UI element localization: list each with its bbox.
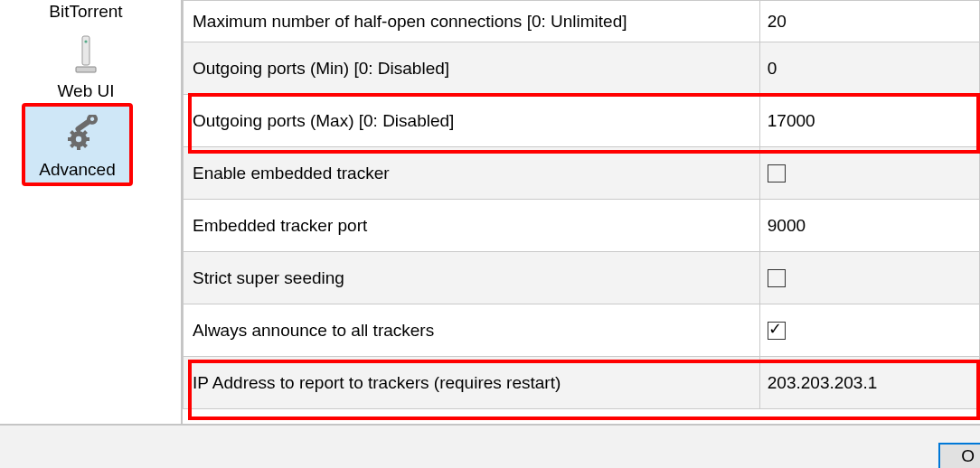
- setting-label: IP Address to report to trackers (requir…: [184, 357, 760, 409]
- setting-checkbox[interactable]: [759, 147, 979, 200]
- svg-rect-1: [76, 67, 96, 72]
- setting-label: Strict super seeding: [184, 252, 760, 304]
- table-row: Outgoing ports (Max) [0: Disabled] 17000: [184, 95, 980, 147]
- server-icon: [62, 33, 109, 80]
- svg-point-7: [75, 136, 80, 142]
- table-row: Strict super seeding: [184, 252, 980, 304]
- setting-value[interactable]: 17000: [759, 95, 979, 147]
- table-row: Always announce to all trackers: [184, 304, 980, 357]
- sidebar-item-advanced[interactable]: Advanced: [24, 105, 131, 184]
- wrench-gear-icon: [54, 111, 101, 158]
- svg-line-13: [83, 145, 86, 147]
- setting-checkbox[interactable]: [759, 252, 979, 304]
- setting-checkbox[interactable]: [759, 304, 979, 357]
- checkbox-icon: [768, 269, 786, 287]
- svg-line-14: [71, 145, 73, 147]
- ok-button[interactable]: O: [938, 443, 980, 468]
- sidebar-item-webui[interactable]: Web UI: [23, 25, 149, 105]
- table-row: Enable embedded tracker: [184, 147, 980, 200]
- table-row: Outgoing ports (Min) [0: Disabled] 0: [184, 42, 980, 95]
- sidebar-item-bittorrent[interactable]: BitTorrent: [23, 2, 149, 25]
- setting-value[interactable]: 20: [759, 1, 979, 42]
- setting-value[interactable]: 203.203.203.1: [759, 357, 979, 409]
- svg-point-2: [84, 40, 87, 42]
- table-row: Maximum number of half-open connections …: [184, 1, 980, 42]
- svg-line-15: [83, 132, 86, 135]
- sidebar-item-label: Web UI: [23, 81, 149, 101]
- svg-line-12: [71, 132, 73, 135]
- setting-label: Always announce to all trackers: [184, 304, 760, 357]
- setting-value[interactable]: 9000: [759, 200, 979, 252]
- setting-label: Enable embedded tracker: [184, 147, 760, 200]
- setting-value[interactable]: 0: [759, 42, 979, 95]
- checkbox-checked-icon: [768, 322, 786, 340]
- setting-label: Outgoing ports (Min) [0: Disabled]: [184, 42, 760, 95]
- setting-label: Maximum number of half-open connections …: [184, 1, 760, 42]
- advanced-settings-panel: Maximum number of half-open connections …: [181, 0, 980, 424]
- setting-label: Embedded tracker port: [184, 200, 760, 252]
- button-label: O: [961, 446, 975, 466]
- dialog-footer: O: [0, 424, 980, 468]
- setting-label: Outgoing ports (Max) [0: Disabled]: [184, 95, 760, 147]
- checkbox-icon: [768, 164, 786, 183]
- sidebar-item-label: Advanced: [24, 160, 130, 180]
- sidebar-item-label: BitTorrent: [23, 2, 149, 22]
- table-row: IP Address to report to trackers (requir…: [184, 357, 980, 409]
- settings-sidebar: BitTorrent Web UI: [0, 0, 172, 424]
- settings-table: Maximum number of half-open connections …: [183, 0, 980, 409]
- table-row: Embedded tracker port 9000: [184, 200, 980, 252]
